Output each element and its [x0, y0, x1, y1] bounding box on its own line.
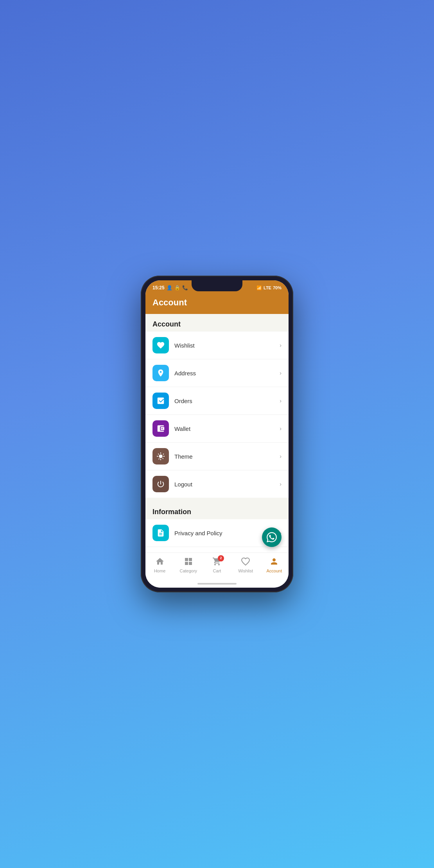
- wishlist-label: Wishlist: [174, 342, 280, 349]
- wishlist-nav-icon: [241, 557, 250, 568]
- terms-item[interactable]: Terms and Conditions ›: [145, 547, 289, 552]
- nav-cart[interactable]: 2 Cart: [205, 557, 229, 573]
- status-battery: 70%: [273, 285, 282, 290]
- orders-icon: [152, 393, 169, 409]
- home-indicator: [145, 577, 289, 588]
- status-lock-icon: 🔒: [174, 285, 180, 291]
- orders-label: Orders: [174, 398, 280, 404]
- status-user-icon: 👤: [167, 285, 172, 291]
- theme-label: Theme: [174, 453, 280, 460]
- page-title: Account: [152, 298, 282, 308]
- home-icon: [155, 557, 165, 568]
- account-nav-icon: [269, 557, 279, 568]
- theme-chevron: ›: [280, 453, 282, 459]
- nav-category[interactable]: Category: [177, 557, 200, 573]
- logout-item[interactable]: Logout ›: [145, 470, 289, 498]
- orders-chevron: ›: [280, 398, 282, 404]
- address-chevron: ›: [280, 370, 282, 376]
- cart-icon: 2: [212, 557, 222, 568]
- address-label: Address: [174, 370, 280, 377]
- home-bar: [197, 583, 237, 585]
- logout-icon: [152, 476, 169, 492]
- app-header: Account: [145, 294, 289, 314]
- wishlist-item[interactable]: Wishlist ›: [145, 332, 289, 359]
- bottom-nav: Home Category 2 Cart Wishlist: [145, 552, 289, 577]
- category-label: Category: [179, 569, 197, 573]
- status-lte-icon: LTE: [264, 285, 271, 290]
- status-time: 15:25: [152, 285, 165, 291]
- wallet-item[interactable]: Wallet ›: [145, 415, 289, 443]
- status-phone-icon: 📞: [182, 285, 188, 291]
- wallet-chevron: ›: [280, 425, 282, 432]
- wallet-icon: [152, 420, 169, 437]
- wishlist-chevron: ›: [280, 342, 282, 348]
- cart-label: Cart: [213, 569, 221, 573]
- category-icon: [184, 557, 193, 568]
- phone-screen: 15:25 👤 🔒 📞 📶 LTE 70% Account Account: [145, 280, 289, 588]
- main-content: Account Wishlist › Address ›: [145, 314, 289, 552]
- logout-label: Logout: [174, 481, 280, 488]
- address-icon: [152, 365, 169, 381]
- account-section: Wishlist › Address › Orders ›: [145, 332, 289, 498]
- phone-frame: 15:25 👤 🔒 📞 📶 LTE 70% Account Account: [141, 276, 293, 592]
- nav-wishlist[interactable]: Wishlist: [234, 557, 257, 573]
- cart-badge: 2: [218, 555, 224, 561]
- wishlist-nav-label: Wishlist: [238, 569, 253, 573]
- privacy-icon: [152, 525, 169, 541]
- nav-home[interactable]: Home: [148, 557, 172, 573]
- status-wifi-icon: 📶: [256, 285, 262, 291]
- status-left: 15:25 👤 🔒 📞: [152, 285, 188, 291]
- phone-notch: [192, 280, 242, 291]
- account-section-title: Account: [145, 314, 289, 332]
- wallet-label: Wallet: [174, 425, 280, 432]
- orders-item[interactable]: Orders ›: [145, 387, 289, 415]
- address-item[interactable]: Address ›: [145, 359, 289, 387]
- wishlist-icon: [152, 337, 169, 353]
- theme-item[interactable]: Theme ›: [145, 443, 289, 470]
- whatsapp-fab[interactable]: [262, 527, 282, 547]
- information-section-title: Information: [145, 502, 289, 519]
- theme-icon: [152, 448, 169, 464]
- home-label: Home: [154, 569, 165, 573]
- status-right: 📶 LTE 70%: [256, 285, 282, 291]
- account-nav-label: Account: [266, 569, 282, 573]
- logout-chevron: ›: [280, 481, 282, 487]
- nav-account[interactable]: Account: [262, 557, 286, 573]
